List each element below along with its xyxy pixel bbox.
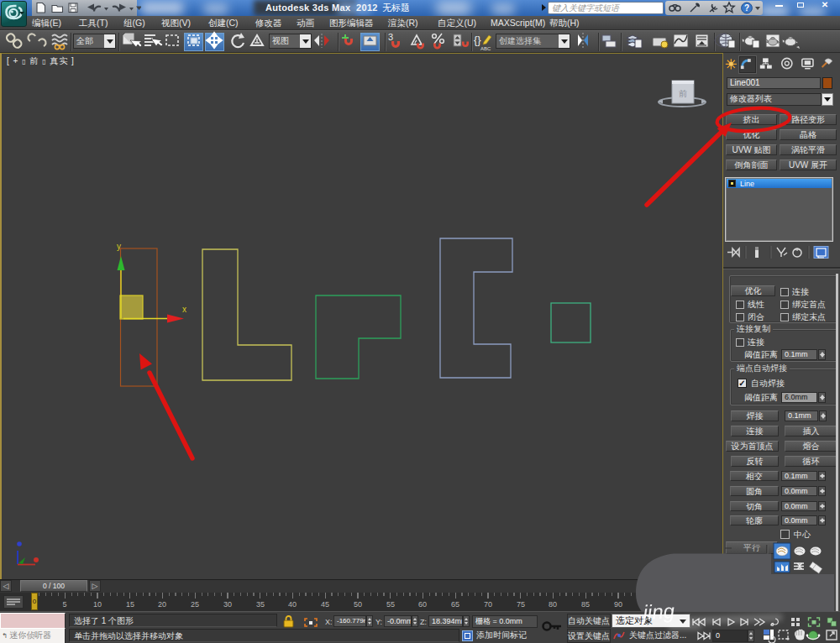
svg-text:y: y — [117, 242, 121, 251]
svg-text:3: 3 — [388, 32, 393, 42]
svg-text:{}: {} — [474, 34, 481, 46]
svg-text:?: ? — [744, 3, 749, 13]
svg-text:x: x — [182, 305, 186, 314]
svg-text:前: 前 — [679, 89, 687, 98]
svg-text:ABC: ABC — [480, 46, 491, 51]
